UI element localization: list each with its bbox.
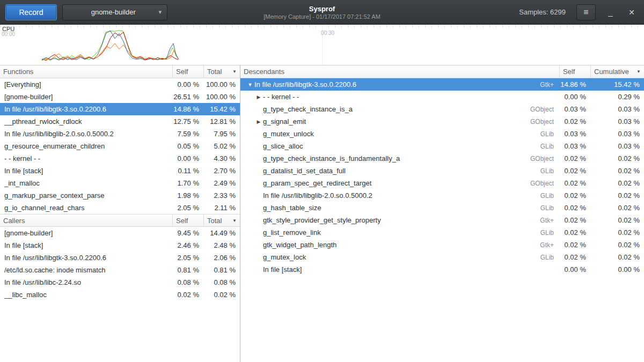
function-name: g_hash_table_size: [263, 204, 321, 212]
total-value: 2.06 %: [203, 252, 240, 264]
function-name: g_list_remove_link: [263, 228, 321, 237]
function-name: g_param_spec_get_redirect_target: [263, 179, 371, 187]
time-label-mid: 00:30: [321, 30, 334, 36]
tree-row[interactable]: g_mutex_lockGLib0.02 %0.02 %: [240, 251, 644, 263]
table-row[interactable]: In file /usr/lib/libc-2.24.so0.08 %0.08 …: [0, 276, 240, 289]
callers-total-column-header[interactable]: Total ▼: [203, 215, 240, 226]
table-row[interactable]: g_io_channel_read_chars2.05 %2.11 %: [0, 202, 240, 214]
record-button[interactable]: Record: [5, 4, 57, 20]
function-name: In file [stack]: [0, 239, 172, 252]
tree-row[interactable]: g_list_remove_linkGLib0.02 %0.02 %: [240, 226, 644, 239]
tree-row[interactable]: gtk_style_provider_get_style_propertyGtk…: [240, 214, 644, 226]
library-badge: GObject: [530, 118, 559, 125]
cumulative-value: 0.00 %: [590, 263, 644, 276]
header-right: Samples: 6299 ≡ ✕: [519, 4, 639, 20]
functions-title[interactable]: Functions: [0, 65, 172, 78]
tree-row[interactable]: g_slice_allocGLib0.03 %0.03 %: [240, 140, 644, 152]
descendants-self-column-header[interactable]: Self: [559, 65, 590, 78]
tree-row[interactable]: ▶- - kernel - -0.00 %0.29 %: [240, 91, 644, 103]
tree-row[interactable]: g_hash_table_sizeGLib0.02 %0.02 %: [240, 202, 644, 214]
cpu-series-cpu-blue: [42, 31, 179, 60]
total-value: 2.33 %: [203, 189, 240, 202]
table-row[interactable]: _int_malloc1.70 %2.49 %: [0, 177, 240, 189]
callers-title[interactable]: Callers: [0, 215, 172, 226]
self-value: 14.86 %: [172, 103, 203, 115]
cumulative-value: 0.29 %: [590, 91, 644, 103]
callers-self-column-header[interactable]: Self: [172, 215, 203, 226]
descendants-title[interactable]: Descendants: [240, 65, 559, 78]
self-value: 0.02 %: [559, 214, 590, 226]
close-button[interactable]: ✕: [625, 5, 639, 19]
table-row[interactable]: __libc_malloc0.02 %0.02 %: [0, 289, 240, 301]
tree-row[interactable]: gtk_widget_path_lengthGtk+0.02 %0.02 %: [240, 239, 644, 251]
expander-open-icon[interactable]: ▼: [246, 82, 254, 87]
tree-row[interactable]: g_type_check_instance_is_aGObject0.03 %0…: [240, 103, 644, 115]
function-name: In file /usr/lib/libglib-2.0.so.0.5000.2: [263, 191, 372, 200]
cumulative-value: 0.03 %: [590, 128, 644, 140]
self-value: 1.70 %: [172, 177, 203, 189]
library-badge: GLib: [540, 204, 559, 212]
tree-row[interactable]: In file /usr/lib/libglib-2.0.so.0.5000.2…: [240, 189, 644, 202]
functions-table: Functions Self Total ▼ [Everything]0.00 …: [0, 65, 240, 214]
menu-button[interactable]: ≡: [576, 4, 596, 20]
self-value: 0.03 %: [559, 128, 590, 140]
self-value: 0.02 %: [559, 226, 590, 239]
tree-row[interactable]: g_datalist_id_set_data_fullGLib0.02 %0.0…: [240, 165, 644, 177]
cumulative-value: 0.02 %: [590, 251, 644, 263]
tree-row[interactable]: ▶g_signal_emitGObject0.02 %0.03 %: [240, 115, 644, 128]
expander-closed-icon[interactable]: ▶: [254, 94, 263, 100]
table-row[interactable]: In file /usr/lib/libgtk-3.so.0.2200.614.…: [0, 103, 240, 115]
callers-total-label: Total: [207, 217, 222, 225]
table-row[interactable]: In file /usr/lib/libgtk-3.so.0.2200.62.0…: [0, 252, 240, 264]
tree-cell: g_datalist_id_set_data_fullGLib: [240, 165, 559, 177]
self-value: 0.00 %: [172, 78, 203, 91]
functions-total-column-header[interactable]: Total ▼: [203, 65, 240, 78]
total-value: 0.08 %: [203, 276, 240, 289]
table-row[interactable]: - - kernel - -0.00 %4.30 %: [0, 152, 240, 165]
table-row[interactable]: In file [stack]0.11 %2.70 %: [0, 165, 240, 177]
function-name: [Everything]: [0, 78, 172, 91]
tree-row[interactable]: g_type_check_instance_is_fundamentally_a…: [240, 152, 644, 165]
table-row[interactable]: __pthread_rwlock_rdlock12.75 %12.81 %: [0, 115, 240, 128]
cpu-timeline[interactable]: CPU 00:00 00:30: [0, 25, 644, 65]
table-row[interactable]: g_resource_enumerate_children0.05 %5.02 …: [0, 140, 240, 152]
function-name: [gnome-builder]: [0, 91, 172, 103]
window-subtitle: [Memory Capture] - 01/17/2017 07:21:52 A…: [264, 13, 380, 20]
self-value: 0.02 %: [559, 239, 590, 251]
tree-row[interactable]: g_mutex_unlockGLib0.03 %0.03 %: [240, 128, 644, 140]
self-value: 14.86 %: [559, 78, 590, 91]
table-row[interactable]: g_markup_parse_context_parse1.98 %2.33 %: [0, 189, 240, 202]
functions-self-column-header[interactable]: Self: [172, 65, 203, 78]
function-name: In file /usr/lib/libgtk-3.so.0.2200.6: [0, 252, 172, 264]
self-value: 0.03 %: [559, 140, 590, 152]
table-row[interactable]: [Everything]0.00 %100.00 %: [0, 78, 240, 91]
function-name: /etc/ld.so.cache: inode mismatch: [0, 264, 172, 276]
total-value: 0.02 %: [203, 289, 240, 301]
self-value: 0.02 %: [559, 115, 590, 128]
tree-row[interactable]: g_param_spec_get_redirect_targetGObject0…: [240, 177, 644, 189]
function-name: In file [stack]: [263, 265, 302, 274]
total-value: 12.81 %: [203, 115, 240, 128]
library-badge: GLib: [540, 130, 559, 138]
minimize-button[interactable]: [603, 5, 617, 19]
tree-row[interactable]: In file [stack]0.00 %0.00 %: [240, 263, 644, 276]
table-row[interactable]: /etc/ld.so.cache: inode mismatch0.81 %0.…: [0, 264, 240, 276]
total-value: 2.70 %: [203, 165, 240, 177]
table-row[interactable]: [gnome-builder]9.45 %14.49 %: [0, 227, 240, 239]
table-row[interactable]: In file [stack]2.46 %2.48 %: [0, 239, 240, 252]
tree-row[interactable]: ▼In file /usr/lib/libgtk-3.so.0.2200.6Gt…: [240, 78, 644, 91]
process-selector[interactable]: gnome-builder ▾: [62, 4, 167, 20]
table-row[interactable]: [gnome-builder]26.51 %100.00 %: [0, 91, 240, 103]
expander-closed-icon[interactable]: ▶: [254, 119, 263, 124]
chevron-down-icon: ▾: [158, 9, 162, 15]
library-badge: Gtk+: [540, 81, 559, 88]
cumulative-value: 0.02 %: [590, 165, 644, 177]
table-row[interactable]: In file /usr/lib/libglib-2.0.so.0.5000.2…: [0, 128, 240, 140]
self-value: 2.46 %: [172, 239, 203, 252]
descendants-cumulative-column-header[interactable]: Cumulative ▼: [590, 65, 644, 78]
process-selector-label: gnome-builder: [68, 8, 158, 16]
total-value: 5.02 %: [203, 140, 240, 152]
library-badge: GObject: [530, 180, 559, 187]
right-pane: Descendants Self Cumulative ▼ ▼In file /…: [240, 65, 644, 362]
function-name: g_io_channel_read_chars: [0, 202, 172, 214]
